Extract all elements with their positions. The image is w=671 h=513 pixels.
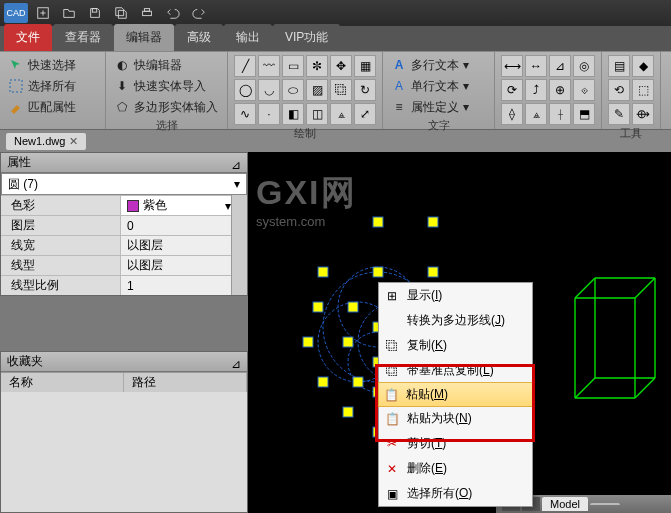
col-name[interactable]: 名称 [1, 373, 124, 392]
quick-editor[interactable]: ◐快编辑器 [112, 55, 221, 75]
model-tab[interactable]: Model [542, 497, 588, 511]
paste-block-icon: 📋 [384, 411, 400, 427]
svg-rect-10 [373, 217, 383, 227]
print-icon[interactable] [136, 3, 158, 23]
t1-icon[interactable]: ▤ [608, 55, 630, 77]
t6-icon[interactable]: ⟴ [632, 103, 654, 125]
ctx-paste-block[interactable]: 📋粘贴为块(N) [379, 406, 532, 431]
copy2-icon[interactable]: ⿻ [330, 79, 352, 101]
dim5-icon[interactable]: ⟳ [501, 79, 523, 101]
tab-editor[interactable]: 编辑器 [114, 24, 174, 51]
quick-select[interactable]: 快速选择 [6, 55, 99, 75]
pin-icon[interactable]: ⊿ [231, 357, 241, 367]
t4-icon[interactable]: ⬚ [632, 79, 654, 101]
dim9-icon[interactable]: ⟠ [501, 103, 523, 125]
mtext-icon: A [391, 57, 407, 73]
import-icon: ⬇ [114, 78, 130, 94]
t5-icon[interactable]: ✎ [608, 103, 630, 125]
ctx-copy-base[interactable]: ⿻带基准点复制(L) [379, 358, 532, 383]
tool-grid: ▤ ◆ ⟲ ⬚ ✎ ⟴ [608, 55, 654, 125]
attr-icon: ≡ [391, 99, 407, 115]
dim10-icon[interactable]: ⟁ [525, 103, 547, 125]
tab-file[interactable]: 文件 [4, 24, 52, 51]
saveall-icon[interactable] [110, 3, 132, 23]
svg-rect-15 [313, 302, 323, 312]
dim4-icon[interactable]: ◎ [573, 55, 595, 77]
prop-row: 线宽以图层 [1, 235, 231, 255]
tab-advanced[interactable]: 高级 [175, 24, 223, 51]
svg-rect-13 [373, 267, 383, 277]
stext[interactable]: A单行文本▾ [389, 76, 488, 96]
entity-import[interactable]: ⬇快速实体导入 [112, 76, 221, 96]
dim6-icon[interactable]: ⤴ [525, 79, 547, 101]
ctx-cut[interactable]: ✂剪切(T) [379, 431, 532, 456]
group-label-draw: 绘制 [234, 126, 376, 141]
svg-rect-2 [143, 11, 152, 15]
svg-rect-24 [353, 377, 363, 387]
favorites-panel: 收藏夹 ⊿ 名称 路径 [0, 351, 248, 513]
dim3-icon[interactable]: ⊿ [549, 55, 571, 77]
gear-icon[interactable]: ✼ [306, 55, 328, 77]
dim7-icon[interactable]: ⊕ [549, 79, 571, 101]
save-icon[interactable] [84, 3, 106, 23]
new-icon[interactable] [32, 3, 54, 23]
dim2-icon[interactable]: ↔ [525, 55, 547, 77]
ctx-delete[interactable]: ✕删除(E) [379, 456, 532, 481]
prop-row: 线型比例1 [1, 275, 231, 295]
dim1-icon[interactable]: ⟷ [501, 55, 523, 77]
group-label-select: 选择 [112, 118, 221, 133]
undo-icon[interactable] [162, 3, 184, 23]
spline-icon[interactable]: ∿ [234, 103, 256, 125]
t2-icon[interactable]: ◆ [632, 55, 654, 77]
attrdef[interactable]: ≡属性定义▾ [389, 97, 488, 117]
ellipse-icon[interactable]: ⬭ [282, 79, 304, 101]
t3-icon[interactable]: ⟲ [608, 79, 630, 101]
arc-icon[interactable]: ◡ [258, 79, 280, 101]
selection-combo[interactable]: 圆 (7) ▾ [1, 173, 247, 195]
svg-rect-4 [10, 80, 22, 92]
ctx-to-polyline[interactable]: 转换为多边形线(J) [379, 308, 532, 333]
mirror-icon[interactable]: ⟁ [330, 103, 352, 125]
stext-icon: A [391, 78, 407, 94]
title-bar: CAD [0, 0, 671, 26]
hatch-icon[interactable]: ▨ [306, 79, 328, 101]
mtext[interactable]: A多行文本▾ [389, 55, 488, 75]
tab-viewer[interactable]: 查看器 [53, 24, 113, 51]
close-icon[interactable]: ✕ [69, 135, 78, 148]
tab-vip[interactable]: VIP功能 [273, 24, 340, 51]
draw-tools: ╱ 〰 ▭ ✼ ✥ ▦ ◯ ◡ ⬭ ▨ ⿻ ↻ ∿ · ◧ ◫ ⟁ ⤢ [234, 55, 376, 125]
redo-icon[interactable] [188, 3, 210, 23]
rect-icon[interactable]: ▭ [282, 55, 304, 77]
move-icon[interactable]: ✥ [330, 55, 352, 77]
property-list: 色彩紫色▾ 图层0 线宽以图层 线型以图层 线型比例1 [1, 195, 231, 295]
scale-icon[interactable]: ⤢ [354, 103, 376, 125]
match-props[interactable]: 匹配属性 [6, 97, 99, 117]
ctx-paste[interactable]: 📋粘贴(M) [378, 382, 533, 407]
open-icon[interactable] [58, 3, 80, 23]
ctx-copy[interactable]: ⿻复制(K) [379, 333, 532, 358]
dim8-icon[interactable]: ⟐ [573, 79, 595, 101]
polyline-icon[interactable]: 〰 [258, 55, 280, 77]
block-icon[interactable]: ◫ [306, 103, 328, 125]
select-all[interactable]: 选择所有 [6, 76, 99, 96]
dim11-icon[interactable]: ⟊ [549, 103, 571, 125]
col-path[interactable]: 路径 [124, 373, 247, 392]
scrollbar[interactable] [231, 195, 247, 295]
pin-icon[interactable]: ⊿ [231, 158, 241, 168]
region-icon[interactable]: ◧ [282, 103, 304, 125]
line-icon[interactable]: ╱ [234, 55, 256, 77]
dim12-icon[interactable]: ⬒ [573, 103, 595, 125]
tab-output[interactable]: 输出 [224, 24, 272, 51]
svg-rect-27 [343, 407, 353, 417]
circle-icon[interactable]: ◯ [234, 79, 256, 101]
array-icon[interactable]: ▦ [354, 55, 376, 77]
layout-tab[interactable] [590, 503, 620, 505]
point-icon[interactable]: · [258, 103, 280, 125]
polygon-input[interactable]: ⬠多边形实体输入 [112, 97, 221, 117]
doc-tab[interactable]: New1.dwg ✕ [6, 133, 86, 150]
ctx-select-all[interactable]: ▣选择所有(O) [379, 481, 532, 506]
rotate-icon[interactable]: ↻ [354, 79, 376, 101]
ctx-display[interactable]: ⊞显示(I) [379, 283, 532, 308]
svg-line-41 [635, 378, 655, 398]
svg-line-40 [635, 278, 655, 298]
